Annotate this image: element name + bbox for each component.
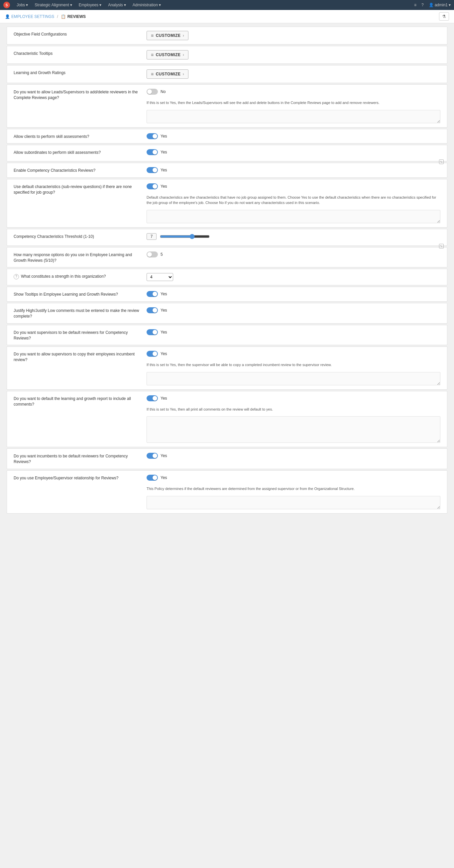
breadcrumb-parent-label: EMPLOYEE SETTINGS <box>11 14 54 19</box>
setting-incumbents-default-competency: Do you want incumbents to be default rev… <box>7 448 447 469</box>
select-strength[interactable]: 4 1 2 3 5 6 7 8 9 10 <box>147 273 173 281</box>
nav-ana-label: Analysis <box>108 3 123 7</box>
toggle-thumb-subordinates <box>153 150 157 154</box>
textarea-leads[interactable] <box>147 110 441 123</box>
setting-label-incumbents-default: Do you want incumbents to be default rev… <box>13 453 140 465</box>
brand-logo: S <box>3 2 10 8</box>
toggle-track-incumbents-default <box>147 453 158 459</box>
textarea-supervisors-copy[interactable] <box>147 372 441 385</box>
textarea-learning-growth-report[interactable] <box>147 416 441 443</box>
customize-button-lgr[interactable]: ≡ CUSTOMIZE › <box>147 69 188 79</box>
nav-emp-label: Employees <box>79 3 98 7</box>
customize-button-tooltips[interactable]: ≡ CUSTOMIZE › <box>147 50 188 59</box>
toggle-supervisors-default[interactable] <box>147 329 158 335</box>
nav-right-section: ≡ ? 👤 admin1 ▾ <box>414 3 451 7</box>
setting-label-clients: Allow clients to perform skill assessmen… <box>13 133 140 140</box>
toggle-learning-growth-report[interactable] <box>147 395 158 401</box>
setting-label-subordinates: Allow subordinates to perform skill asse… <box>13 149 140 155</box>
toggle-thumb-leads <box>147 89 152 94</box>
toggle-track-subordinates <box>147 149 158 155</box>
customize-btn-label-objective: CUSTOMIZE <box>156 33 181 38</box>
slider-threshold[interactable] <box>160 234 210 239</box>
setting-label-threshold: Competency Characteristics Threshold (1-… <box>13 233 140 240</box>
sub-header: 👤 EMPLOYEE SETTINGS / 📋 REVIEWS ⚗ <box>0 10 454 23</box>
setting-control-leads: No If this is set to Yes, then the Leads… <box>147 89 441 123</box>
expand-icon-subordinates[interactable]: ⤡ <box>439 159 444 164</box>
setting-control-clients: Yes <box>147 133 441 139</box>
toggle-clients[interactable] <box>147 133 158 139</box>
nav-jobs-chevron: ▾ <box>26 3 28 7</box>
toggle-supervisors-copy[interactable] <box>147 351 158 357</box>
description-supervisors-copy: If this is set to Yes, then the supervis… <box>147 362 332 368</box>
nav-sa-chevron: ▾ <box>70 3 72 7</box>
toggle-justify[interactable] <box>147 307 158 313</box>
setting-control-response: 5 <box>147 251 432 257</box>
nav-help-icon[interactable]: ? <box>421 3 424 7</box>
toggle-enable-competency[interactable] <box>147 167 158 173</box>
nav-employees[interactable]: Employees ▾ <box>79 3 101 7</box>
nav-menu-icon[interactable]: ≡ <box>414 3 417 7</box>
toggle-show-tooltips[interactable] <box>147 291 158 297</box>
breadcrumb-current: 📋 REVIEWS <box>61 14 86 19</box>
nav-user[interactable]: 👤 admin1 ▾ <box>429 3 451 7</box>
toggle-leads[interactable] <box>147 89 158 95</box>
setting-label-leads: Do you want to allow Leads/Supervisors t… <box>13 89 140 101</box>
toggle-default-chars[interactable] <box>147 183 158 189</box>
nav-strategic-alignment[interactable]: Strategic Alignment ▾ <box>35 3 72 7</box>
textarea-emp-sup-rel[interactable] <box>147 496 441 509</box>
employee-settings-icon: 👤 <box>5 14 10 19</box>
setting-control-tooltips: ≡ CUSTOMIZE › <box>147 50 441 59</box>
breadcrumb-parent[interactable]: 👤 EMPLOYEE SETTINGS <box>5 14 54 19</box>
setting-label-supervisors-default: Do you want supervisors to be default re… <box>13 329 140 341</box>
breadcrumb-current-label: REVIEWS <box>67 14 86 19</box>
setting-control-justify: Yes <box>147 307 441 313</box>
setting-allow-subordinates-skill: Allow subordinates to perform skill asse… <box>7 145 447 161</box>
toggle-thumb-supervisors-default <box>153 330 157 335</box>
toggle-track-default-chars <box>147 183 158 189</box>
description-leads: If this is set to Yes, then the Leads/Su… <box>147 100 380 105</box>
help-icon-strength[interactable]: ? <box>13 274 19 279</box>
setting-label-enable-competency: Enable Competency Characteristics Review… <box>13 167 140 174</box>
toggle-track-leads <box>147 89 158 95</box>
textarea-default-chars[interactable] <box>147 210 441 223</box>
setting-strength-constitutes: ? What constitutes a strength in this or… <box>7 269 447 285</box>
toggle-incumbents-default[interactable] <box>147 453 158 459</box>
nav-analysis[interactable]: Analysis ▾ <box>108 3 126 7</box>
nav-sa-label: Strategic Alignment <box>35 3 69 7</box>
customize-button-objective[interactable]: ≡ CUSTOMIZE › <box>147 31 188 40</box>
setting-control-supervisors-default: Yes <box>147 329 441 335</box>
filter-button[interactable]: ⚗ <box>439 12 449 21</box>
toggle-emp-sup-rel[interactable] <box>147 475 158 481</box>
toggle-response[interactable] <box>147 251 158 257</box>
nav-jobs-label: Jobs <box>17 3 25 7</box>
setting-label-emp-sup-rel: Do you use Employee/Supervisor relations… <box>13 475 140 481</box>
setting-supervisors-default-competency: Do you want supervisors to be default re… <box>7 325 447 345</box>
nav-emp-chevron: ▾ <box>99 3 101 7</box>
setting-use-default-characteristics: Use default characteristics (sub-review … <box>7 179 447 227</box>
toggle-thumb-emp-sup-rel <box>153 475 157 480</box>
toggle-track-supervisors-copy <box>147 351 158 357</box>
nav-jobs[interactable]: Jobs ▾ <box>17 3 28 7</box>
customize-list-icon-3: ≡ <box>151 71 154 77</box>
setting-label-justify: Justify High/Justify Low comments must b… <box>13 307 140 319</box>
toggle-value-emp-sup-rel: Yes <box>160 475 167 480</box>
nav-administration[interactable]: Administration ▾ <box>132 3 161 7</box>
setting-control-show-tooltips: Yes <box>147 291 441 297</box>
toggle-subordinates[interactable] <box>147 149 158 155</box>
toggle-value-default-chars: Yes <box>160 184 167 189</box>
toggle-value-response: 5 <box>160 252 163 257</box>
setting-show-tooltips-learning: Show Tooltips in Employee Learning and G… <box>7 287 447 302</box>
toggle-value-clients: Yes <box>160 134 167 138</box>
user-chevron: ▾ <box>449 3 451 7</box>
setting-learning-growth-ratings: Learning and Growth Ratings ≡ CUSTOMIZE … <box>7 65 447 83</box>
slider-container-threshold: 7 <box>147 233 210 240</box>
setting-control-threshold: 7 <box>147 233 441 240</box>
description-emp-sup-rel: This Policy determines if the default re… <box>147 486 355 492</box>
toggle-thumb-default-chars <box>153 184 157 189</box>
description-learning-growth-report: If this is set to Yes, then all print al… <box>147 407 273 412</box>
setting-label-show-tooltips: Show Tooltips in Employee Learning and G… <box>13 291 140 297</box>
expand-icon-threshold[interactable]: ⤡ <box>439 244 444 248</box>
toggle-track-clients <box>147 133 158 139</box>
description-default-chars: Default characteristics are the characte… <box>147 195 441 206</box>
setting-label-objective: Objective Field Configurations <box>13 31 140 37</box>
